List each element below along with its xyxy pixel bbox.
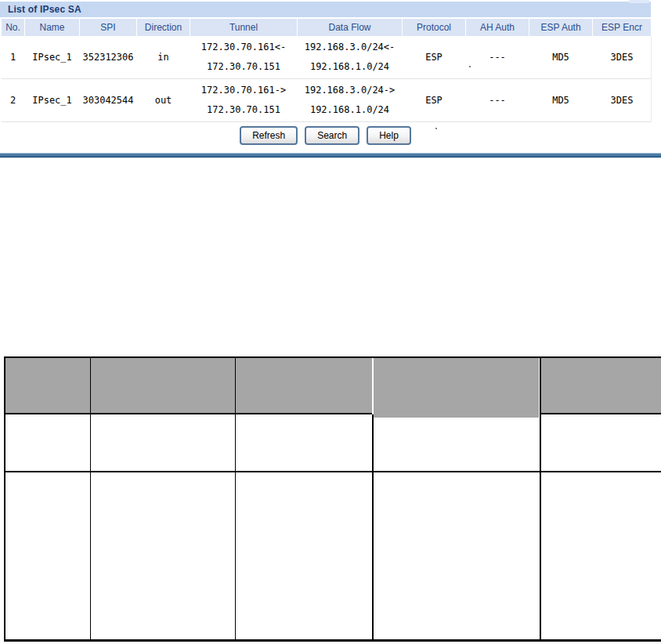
cell-data-flow: 192.168.3.0/24<- 192.168.1.0/24 [298, 36, 402, 78]
empty-table-header-cell [540, 358, 661, 414]
speck-artifact [469, 66, 471, 67]
cell-direction: out [137, 79, 190, 121]
grid-line [90, 414, 91, 639]
column-header-spi: SPI [80, 19, 136, 36]
section-divider [0, 153, 661, 158]
column-header-protocol: Protocol [403, 19, 465, 36]
cell-text: --- [489, 91, 506, 110]
column-header-direction: Direction [137, 19, 190, 36]
cell-no: 2 [2, 79, 24, 121]
column-header-ah-auth: AH Auth [466, 19, 529, 36]
grid-line [235, 414, 236, 639]
empty-table-header-cell [236, 358, 372, 414]
data-flow-line-1: 192.168.3.0/24-> [305, 81, 396, 100]
cell-text: ESP [425, 48, 442, 67]
cell-esp-encr: 3DES [593, 79, 651, 121]
cell-esp-auth: MD5 [529, 79, 592, 121]
cell-spi: 352312306 [80, 36, 136, 78]
tunnel-line-2: 172.30.70.151 [207, 57, 280, 77]
column-header-name: Name [25, 19, 79, 36]
empty-table-header-cell [374, 358, 539, 418]
column-header-no: No. [2, 19, 24, 36]
cell-name: IPsec_1 [25, 79, 79, 121]
cell-direction: in [137, 36, 190, 78]
tunnel-line-1: 172.30.70.161<- [201, 38, 286, 57]
tunnel-line-1: 172.30.70.161-> [201, 81, 286, 100]
cell-text: 1 [10, 48, 16, 67]
data-flow-line-2: 192.168.1.0/24 [310, 100, 389, 120]
cell-text: --- [489, 48, 506, 67]
cell-text: IPsec_1 [32, 48, 72, 67]
title-bar-notch [629, 0, 649, 3]
column-header-tunnel: Tunnel [190, 19, 297, 36]
column-header-esp-auth: ESP Auth [529, 19, 592, 36]
table-row: 1 IPsec_1 352312306 in 172.30.70.161<- 1… [2, 36, 651, 79]
cell-text: 3DES [611, 91, 634, 110]
button-row: Refresh Search Help [0, 126, 651, 145]
empty-table [4, 356, 661, 642]
data-flow-line-2: 192.168.1.0/24 [310, 57, 389, 77]
column-header-esp-encr: ESP Encr [593, 19, 651, 36]
sa-table-body: 1 IPsec_1 352312306 in 172.30.70.161<- 1… [2, 36, 652, 122]
grid-line [372, 414, 374, 639]
cell-text: MD5 [552, 48, 569, 67]
empty-table-row [5, 472, 661, 639]
cell-ah-auth: --- [466, 79, 529, 121]
cell-tunnel: 172.30.70.161<- 172.30.70.151 [190, 36, 297, 78]
empty-table-row [5, 414, 661, 471]
cell-protocol: ESP [403, 79, 465, 121]
help-button[interactable]: Help [367, 126, 411, 145]
column-header-data-flow: Data Flow [298, 19, 402, 36]
cell-text: 352312306 [82, 48, 133, 67]
cell-tunnel: 172.30.70.161-> 172.30.70.151 [190, 79, 297, 121]
cell-spi: 303042544 [80, 79, 136, 121]
cell-text: MD5 [552, 91, 569, 110]
cell-text: ESP [425, 91, 442, 110]
sa-table-header-row: No. Name SPI Direction Tunnel Data Flow … [2, 19, 651, 36]
cell-esp-auth: MD5 [529, 36, 592, 78]
empty-table-header-cell [5, 358, 91, 414]
tunnel-line-2: 172.30.70.151 [207, 100, 280, 120]
cell-no: 1 [2, 36, 24, 78]
cell-esp-encr: 3DES [593, 36, 651, 78]
cell-text: in [157, 48, 168, 67]
grid-line [540, 414, 541, 639]
speck-artifact [435, 128, 437, 129]
cell-text: 3DES [611, 48, 634, 67]
refresh-button[interactable]: Refresh [240, 126, 298, 145]
data-flow-line-1: 192.168.3.0/24<- [305, 38, 396, 57]
search-button[interactable]: Search [305, 126, 359, 145]
panel-title-bar: List of IPsec SA [0, 2, 651, 17]
cell-text: 303042544 [82, 91, 133, 110]
panel-title: List of IPsec SA [8, 2, 81, 17]
empty-table-header-cell [91, 358, 236, 414]
cell-data-flow: 192.168.3.0/24-> 192.168.1.0/24 [298, 79, 402, 121]
cell-text: IPsec_1 [32, 91, 72, 110]
cell-text: 2 [10, 91, 16, 110]
cell-ah-auth: --- [466, 36, 529, 78]
table-row: 2 IPsec_1 303042544 out 172.30.70.161-> … [2, 79, 651, 122]
cell-name: IPsec_1 [25, 36, 79, 78]
grid-line [5, 471, 661, 472]
cell-text: out [155, 91, 172, 110]
cell-protocol: ESP [403, 36, 465, 78]
